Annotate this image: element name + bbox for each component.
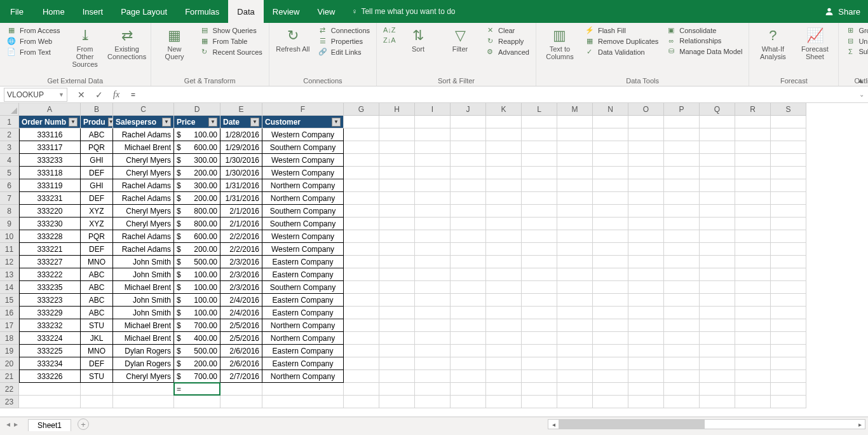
ribbon-filter[interactable]: ▽Filter — [442, 25, 478, 55]
cell[interactable] — [379, 319, 415, 332]
cell[interactable] — [735, 357, 771, 370]
ribbon-connections[interactable]: ⇄Connections — [316, 25, 371, 35]
scroll-right-icon[interactable]: ▸ — [855, 421, 865, 428]
cell[interactable] — [735, 281, 771, 294]
menu-tab-page-layout[interactable]: Page Layout — [112, 0, 176, 23]
cell[interactable] — [344, 281, 379, 294]
cell[interactable]: 333224 — [19, 332, 81, 345]
cell[interactable] — [379, 396, 415, 408]
cell[interactable] — [486, 179, 522, 192]
col-header-N[interactable]: N — [593, 103, 628, 116]
cell[interactable] — [415, 179, 451, 192]
cell[interactable]: 1/29/2016 — [220, 141, 262, 154]
cell[interactable] — [593, 205, 628, 218]
cell[interactable] — [379, 370, 415, 383]
table-header-price[interactable]: Price▼ — [174, 116, 220, 128]
tell-me[interactable]: ♀ Tell me what you want to do — [344, 7, 463, 16]
cell[interactable] — [379, 268, 415, 281]
cell[interactable] — [664, 281, 700, 294]
cell[interactable] — [557, 128, 593, 141]
row-header-1[interactable]: 1 — [0, 116, 19, 128]
cell[interactable]: 2/6/2016 — [220, 345, 262, 357]
cell[interactable] — [486, 243, 522, 256]
cell[interactable] — [451, 141, 486, 154]
cell[interactable] — [700, 116, 735, 128]
cell[interactable] — [486, 167, 522, 179]
cell[interactable] — [262, 383, 344, 396]
col-header-K[interactable]: K — [486, 103, 522, 116]
cell[interactable] — [451, 357, 486, 370]
cell[interactable] — [735, 396, 771, 408]
cell[interactable] — [379, 154, 415, 167]
cell[interactable] — [700, 281, 735, 294]
cell[interactable] — [664, 307, 700, 319]
cell[interactable]: $100.00 — [174, 294, 220, 307]
cell[interactable]: $200.00 — [174, 167, 220, 179]
cell[interactable] — [700, 345, 735, 357]
column-headers[interactable]: ABCDEFGHIJKLMNOPQRS — [19, 103, 806, 116]
cell[interactable] — [522, 179, 557, 192]
cell[interactable] — [593, 179, 628, 192]
cell[interactable]: Cheryl Myers — [113, 218, 174, 230]
cell[interactable] — [771, 357, 806, 370]
filter-dropdown-icon[interactable]: ▼ — [162, 118, 171, 127]
row-header-3[interactable]: 3 — [0, 141, 19, 154]
cell[interactable] — [557, 268, 593, 281]
cell[interactable] — [522, 307, 557, 319]
cell[interactable] — [486, 128, 522, 141]
cell[interactable] — [415, 141, 451, 154]
collapse-ribbon-icon[interactable]: ▲ — [857, 76, 864, 84]
cell[interactable] — [415, 243, 451, 256]
cell[interactable]: PQR — [81, 230, 113, 243]
cell[interactable] — [522, 154, 557, 167]
cell[interactable]: Southern Company — [262, 281, 344, 294]
cell[interactable]: Eastern Company — [262, 268, 344, 281]
cell[interactable] — [557, 154, 593, 167]
cell[interactable] — [415, 319, 451, 332]
cell[interactable] — [344, 154, 379, 167]
cell[interactable] — [451, 396, 486, 408]
cell[interactable] — [593, 256, 628, 268]
cell[interactable] — [771, 230, 806, 243]
cell[interactable] — [557, 179, 593, 192]
cell[interactable]: John Smith — [113, 256, 174, 268]
ribbon-show-queries[interactable]: ▤Show Queries — [198, 25, 264, 35]
cell[interactable] — [486, 154, 522, 167]
cell[interactable] — [486, 192, 522, 205]
sheet-nav[interactable]: ◂▸ — [0, 420, 24, 429]
select-all-cell[interactable] — [0, 103, 19, 116]
cell[interactable] — [700, 192, 735, 205]
cell[interactable] — [771, 383, 806, 396]
filter-dropdown-icon[interactable]: ▼ — [108, 118, 113, 127]
cell[interactable] — [451, 243, 486, 256]
cell[interactable]: Western Company — [262, 230, 344, 243]
ribbon-forecast-sheet[interactable]: 📈Forecast Sheet — [796, 25, 833, 63]
cell[interactable]: 1/30/2016 — [220, 154, 262, 167]
cell[interactable] — [593, 332, 628, 345]
cell[interactable] — [700, 230, 735, 243]
cell[interactable]: 1/30/2016 — [220, 167, 262, 179]
cell[interactable] — [379, 256, 415, 268]
cell[interactable] — [735, 205, 771, 218]
cell[interactable] — [522, 357, 557, 370]
cell[interactable]: $100.00 — [174, 268, 220, 281]
cell[interactable] — [451, 319, 486, 332]
cell[interactable] — [557, 319, 593, 332]
cell[interactable] — [344, 205, 379, 218]
cell[interactable]: 333117 — [19, 141, 81, 154]
cell[interactable] — [771, 268, 806, 281]
cell[interactable] — [522, 319, 557, 332]
cell[interactable] — [379, 218, 415, 230]
cell[interactable] — [220, 396, 262, 408]
cell[interactable] — [664, 370, 700, 383]
ribbon-from-web[interactable]: 🌐From Web — [5, 36, 62, 46]
cell[interactable] — [771, 370, 806, 383]
cell[interactable]: DEF — [81, 192, 113, 205]
cell[interactable] — [344, 116, 379, 128]
cell[interactable] — [735, 167, 771, 179]
cell[interactable] — [451, 154, 486, 167]
cell[interactable] — [557, 307, 593, 319]
cell[interactable] — [522, 205, 557, 218]
cell[interactable]: $800.00 — [174, 205, 220, 218]
cell[interactable] — [415, 345, 451, 357]
